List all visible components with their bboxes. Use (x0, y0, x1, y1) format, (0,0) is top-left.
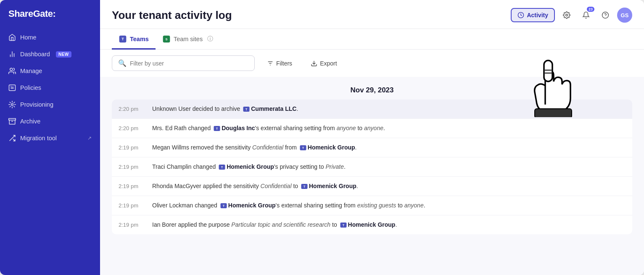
sidebar-item-policies[interactable]: Policies (3, 80, 97, 96)
log-row: 2:19 pmRhonda MacGyver applied the sensi… (112, 177, 632, 196)
log-message: Traci Champlin changed T Homenick Group'… (152, 162, 626, 171)
log-time: 2:20 pm (119, 106, 152, 112)
filters-button[interactable]: Filters (261, 56, 298, 71)
notification-badge: 23 (587, 7, 594, 12)
log-table: 2:20 pmUnknown User decided to archive T… (112, 100, 632, 234)
log-time: 2:20 pm (119, 125, 152, 131)
log-row: 2:19 pmOliver Lockman changed T Homenick… (112, 196, 632, 215)
export-icon (311, 60, 317, 67)
sidebar: ShareGate: Home Dash (0, 0, 100, 275)
svg-point-8 (11, 104, 13, 106)
log-row: 2:20 pmUnknown User decided to archive T… (112, 100, 632, 119)
log-row: 2:20 pmMrs. Ed Rath changed T Douglas In… (112, 119, 632, 138)
app-logo: ShareGate: (0, 0, 100, 29)
log-time: 2:19 pm (119, 164, 152, 170)
dashboard-icon (8, 50, 16, 58)
svg-text:T: T (221, 165, 223, 169)
page-title: Your tenant activity log (112, 9, 232, 22)
log-time: 2:19 pm (119, 183, 152, 189)
sidebar-item-dashboard[interactable]: Dashboard NEW (3, 46, 97, 62)
activity-button[interactable]: Activity (511, 8, 555, 22)
log-row: 2:19 pmMegan Willms removed the sensitiv… (112, 138, 632, 157)
svg-point-3 (10, 68, 13, 71)
svg-text:T: T (342, 223, 344, 227)
clock-icon (517, 12, 524, 18)
ms-teams-icon: T (243, 105, 250, 113)
date-header: Nov 29, 2023 (112, 77, 632, 100)
tab-team-sites[interactable]: S Team sites ⓘ (156, 29, 220, 50)
gear-icon (563, 11, 570, 19)
filters-icon (267, 60, 274, 67)
ms-teams-icon: T (340, 221, 347, 229)
svg-text:S: S (165, 37, 167, 41)
ms-teams-icon: T (218, 163, 226, 171)
policies-icon (8, 84, 16, 92)
manage-icon (8, 67, 16, 75)
log-message: Rhonda MacGyver applied the sensitivity … (152, 182, 626, 191)
header-actions: Activity 23 (511, 8, 632, 23)
toolbar: 🔍 Filters (100, 50, 644, 77)
ms-teams-icon: T (220, 202, 227, 210)
external-link-icon: ↗ (87, 135, 92, 141)
sidebar-item-migration-tool[interactable]: Migration tool ↗ (3, 130, 97, 146)
log-time: 2:19 pm (119, 144, 152, 151)
log-message: Mrs. Ed Rath changed T Douglas Inc's ext… (152, 124, 626, 133)
svg-rect-9 (9, 118, 16, 120)
search-icon: 🔍 (118, 59, 127, 67)
archive-icon (8, 118, 16, 125)
sidebar-item-provisioning[interactable]: Provisioning (3, 97, 97, 113)
svg-text:T: T (245, 107, 248, 111)
log-time: 2:19 pm (119, 222, 152, 228)
teams-tab-icon: T (119, 35, 127, 43)
notifications-button[interactable]: 23 (578, 8, 594, 23)
content-wrapper: T Teams S Team sites ⓘ 🔍 (100, 29, 644, 275)
log-row: 2:19 pmTraci Champlin changed T Homenick… (112, 157, 632, 177)
ms-teams-icon: T (299, 144, 307, 152)
info-icon[interactable]: ⓘ (207, 35, 213, 43)
ms-teams-icon: T (301, 183, 308, 190)
activity-log-content: Nov 29, 2023 2:20 pmUnknown User decided… (100, 77, 644, 275)
help-button[interactable] (598, 8, 613, 23)
log-message: Oliver Lockman changed T Homenick Group'… (152, 201, 626, 210)
log-message: Ian Borer applied the purpose Particular… (152, 220, 626, 229)
search-input[interactable] (130, 60, 248, 67)
svg-text:T: T (304, 185, 306, 189)
log-message: Megan Willms removed the sensitivity Con… (152, 143, 626, 152)
home-icon (8, 34, 16, 41)
header: Your tenant activity log Activity (100, 0, 644, 29)
svg-text:T: T (121, 37, 124, 41)
ms-teams-icon: T (213, 125, 221, 132)
log-time: 2:19 pm (119, 202, 152, 209)
search-box[interactable]: 🔍 (112, 55, 255, 71)
log-row: 2:19 pmIan Borer applied the purpose Par… (112, 215, 632, 234)
bell-icon (582, 11, 590, 19)
help-icon (602, 11, 609, 19)
user-avatar[interactable]: GS (617, 8, 632, 23)
svg-text:T: T (222, 204, 224, 208)
tab-teams[interactable]: T Teams (112, 29, 156, 50)
export-button[interactable]: Export (304, 56, 343, 71)
sidebar-item-manage[interactable]: Manage (3, 63, 97, 79)
svg-text:T: T (302, 146, 304, 150)
sidebar-item-home[interactable]: Home (3, 29, 97, 45)
svg-text:T: T (216, 127, 218, 131)
svg-point-14 (566, 14, 568, 16)
settings-button[interactable] (559, 8, 574, 23)
svg-rect-4 (9, 85, 16, 91)
migration-icon (8, 134, 16, 142)
team-sites-tab-icon: S (162, 35, 171, 43)
sidebar-nav: Home Dashboard NEW (0, 29, 100, 146)
tabs-bar: T Teams S Team sites ⓘ (100, 29, 644, 50)
sidebar-item-archive[interactable]: Archive (3, 113, 97, 129)
log-message: Unknown User decided to archive T Cummer… (152, 105, 626, 113)
main-content: Your tenant activity log Activity (100, 0, 644, 275)
provisioning-icon (8, 101, 16, 108)
